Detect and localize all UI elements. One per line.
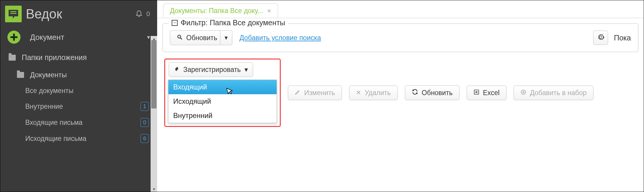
register-label: Зарегистрировать	[183, 66, 241, 74]
collapse-icon[interactable]: −	[172, 20, 178, 26]
app-name: Ведок	[26, 7, 62, 21]
filter-refresh-caret[interactable]: ▾	[220, 30, 232, 45]
cell-outdate	[366, 128, 434, 144]
cell-outnum	[288, 128, 366, 144]
new-document-label: Документ	[30, 33, 138, 42]
cell-docnum: И3	[178, 128, 220, 144]
filter-refresh-button[interactable]: Обновить	[170, 30, 220, 45]
starburst-icon	[174, 66, 180, 74]
filter-legend-text: Фильтр: Папка Все документы	[181, 18, 285, 27]
register-option-incoming[interactable]: Входящий	[168, 80, 277, 94]
sidebar-item-incoming[interactable]: Входящие письма 0	[0, 114, 157, 130]
table-toolbar: Зарегистрировать ▾ Входящий Исходящий Вн…	[157, 54, 644, 130]
table-refresh-button[interactable]: Обновить	[405, 85, 460, 100]
cell-content[interactable]: Запущено и согласовано в пе...	[435, 128, 551, 144]
tab-bar: Документы: Папка Все доку... ×	[157, 0, 644, 18]
delete-label: Удалить	[365, 89, 391, 97]
filter-settings-button[interactable]	[593, 31, 608, 45]
sidebar-scrollbar[interactable]: ▴ ▾	[151, 36, 157, 192]
gear-icon	[597, 34, 604, 42]
sidebar-item-internal[interactable]: Внутренние 1	[0, 98, 157, 114]
search-icon	[177, 34, 183, 42]
cell-kind: Исходящий	[551, 144, 620, 159]
register-dropdown: Входящий Исходящий Внутренний	[168, 80, 277, 123]
svg-point-0	[178, 35, 181, 38]
notifications[interactable]: 0	[135, 9, 150, 19]
register-option-outgoing[interactable]: Исходящий	[168, 94, 277, 108]
add-to-set-button[interactable]: Добавить в набор	[514, 86, 594, 100]
cell-flag[interactable]	[165, 144, 178, 159]
sidebar-item-label: Все документы	[25, 87, 73, 95]
sidebar: Ведок 0 Документ ▾ Папки приложения Доку…	[0, 0, 157, 192]
count-badge: 1	[141, 102, 149, 111]
cell-outdate	[366, 144, 434, 159]
edit-button[interactable]: Изменить	[288, 86, 342, 100]
register-button[interactable]: Зарегистрировать ▾	[169, 62, 253, 77]
app-logo-icon	[5, 6, 22, 22]
sidebar-item-label: Внутренние	[25, 103, 63, 111]
sidebar-group-app-folders[interactable]: Папки приложения	[0, 48, 157, 67]
scroll-down-icon[interactable]: ▾	[151, 186, 157, 192]
tab-documents[interactable]: Документы: Папка Все доку... ×	[163, 4, 278, 18]
register-option-internal[interactable]: Внутренний	[168, 108, 277, 123]
cell-ad	[620, 144, 644, 159]
excel-icon	[473, 89, 479, 97]
pencil-icon	[295, 89, 301, 97]
folder-icon	[17, 72, 24, 78]
excel-label: Excel	[483, 89, 500, 97]
filter-panel: − Фильтр: Папка Все документы Обновить ▾…	[162, 23, 638, 52]
register-highlight: Зарегистрировать ▾ Входящий Исходящий Вн…	[164, 59, 281, 127]
refresh-icon	[412, 89, 418, 97]
chevron-down-icon: ▾	[244, 66, 248, 74]
count-badge: 0	[141, 118, 149, 127]
sidebar-sub-label: Документы	[30, 71, 67, 79]
sidebar-item-label: Исходящие письма	[25, 135, 86, 143]
chevron-down-icon: ▾	[147, 34, 150, 41]
add-to-set-label: Добавить в набор	[530, 89, 587, 97]
show-label: Пока	[614, 34, 631, 42]
filter-legend: − Фильтр: Папка Все документы	[169, 18, 288, 27]
sidebar-item-outgoing[interactable]: Исходящие письма 6	[0, 130, 157, 147]
scrollbar-thumb[interactable]	[151, 40, 157, 108]
count-badge: 6	[141, 134, 149, 143]
table-row[interactable]: И305.07.2024Запущено и согласовано в пе.…	[165, 128, 644, 144]
filter-refresh-group: Обновить ▾	[170, 30, 232, 45]
cell-outnum	[288, 144, 366, 159]
new-document-button[interactable]: Документ ▾	[0, 26, 157, 48]
brand-bar: Ведок 0	[0, 0, 157, 26]
cell-content[interactable]: Письмо 1 с файлом по шаблон...	[435, 144, 551, 159]
table-row[interactable]: И128.06.2024Письмо 1 с файлом по шаблон.…	[165, 144, 644, 159]
cell-docdate: 28.06.2024	[220, 144, 288, 159]
cell-flag[interactable]	[165, 128, 178, 144]
main-area: Документы: Папка Все доку... × − Фильтр:…	[157, 0, 644, 192]
cell-kind: Исходящий	[551, 128, 620, 144]
excel-button[interactable]: Excel	[467, 86, 506, 100]
filter-refresh-label: Обновить	[186, 34, 217, 42]
add-search-condition-link[interactable]: Добавить условие поиска	[239, 34, 321, 42]
cell-ad	[620, 128, 644, 144]
cell-docnum: И1	[178, 144, 220, 159]
cell-docdate: 05.07.2024	[220, 128, 288, 144]
close-icon[interactable]: ×	[267, 7, 271, 15]
sidebar-item-label: Входящие письма	[25, 119, 83, 127]
sidebar-item-all-documents[interactable]: Все документы	[0, 83, 157, 98]
plus-icon	[7, 31, 20, 44]
bell-icon	[135, 9, 143, 19]
table-refresh-label: Обновить	[422, 89, 453, 97]
sidebar-sub-documents[interactable]: Документы	[0, 67, 157, 83]
x-icon	[356, 89, 361, 97]
folder-icon	[9, 55, 16, 61]
notif-count: 0	[146, 10, 150, 18]
plus-circle-icon	[520, 89, 526, 97]
tab-label: Документы: Папка Все доку...	[170, 7, 263, 15]
sidebar-group-label: Папки приложения	[22, 53, 87, 62]
edit-label: Изменить	[304, 89, 335, 97]
delete-button[interactable]: Удалить	[349, 86, 398, 100]
